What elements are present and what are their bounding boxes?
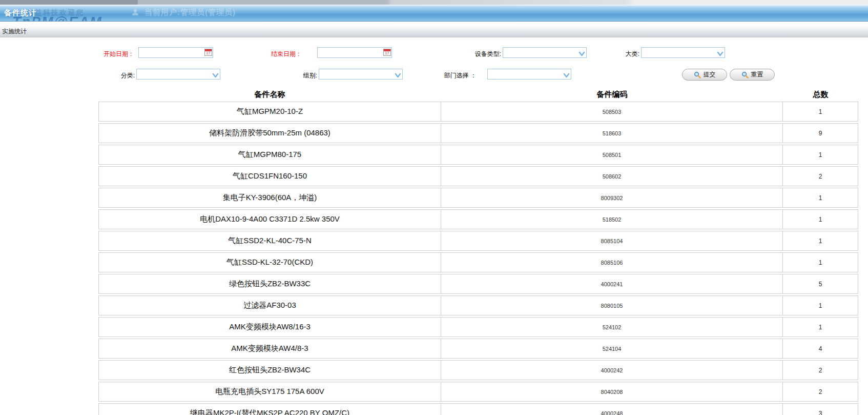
table-row: 储料架防滑胶带50mm-25m (04863) 518603 9 (98, 123, 858, 143)
part-name-cell: AMK变频模块AW4/8-3 (98, 339, 441, 359)
chevron-down-icon[interactable] (395, 71, 401, 81)
start-date-label: 开始日期： (77, 50, 134, 58)
part-name-cell: 气缸SSD-KL-32-70(CKD) (98, 252, 441, 272)
start-date-field (138, 47, 213, 58)
group-label: 组别: (281, 71, 317, 80)
table-row: 气缸SSD2-KL-40C-75-N 8085104 1 (98, 231, 858, 251)
part-code-cell: 508602 (441, 166, 783, 186)
total-cell: 1 (783, 145, 858, 165)
device-type-dropdown[interactable] (503, 47, 587, 58)
table-row: 气缸CDS1FN160-150 508602 2 (98, 166, 858, 186)
table-row: AMK变频模块AW8/16-3 524102 1 (98, 317, 858, 337)
reset-button-label: 重置 (751, 70, 763, 79)
part-code-cell: 8040208 (441, 382, 783, 402)
page-title: 备件统计 (4, 8, 37, 18)
category-label: 分类: (99, 71, 135, 80)
column-header-part-code: 备件编码 (441, 89, 783, 100)
table-row: AMK变频模块AW4/8-3 524104 4 (98, 339, 858, 359)
magnifier-icon (741, 71, 749, 78)
chevron-down-icon[interactable] (578, 50, 585, 59)
department-label: 部门选择 ： (429, 71, 477, 80)
major-category-dropdown[interactable] (641, 47, 725, 58)
part-name-cell: 继电器MK2P-I(替代MKS2P AC220 BY OMZ/C) (98, 403, 441, 415)
table-row: 继电器MK2P-I(替代MKS2P AC220 BY OMZ/C) 400024… (98, 403, 858, 415)
total-cell: 5 (783, 274, 858, 294)
reset-button[interactable]: 重置 (730, 69, 775, 81)
department-dropdown[interactable] (487, 69, 571, 80)
column-header-total: 总数 (783, 89, 858, 100)
total-cell: 1 (783, 252, 858, 272)
table-row: 气缸MGPM80-175 508501 1 (98, 145, 858, 165)
column-header-part-name: 备件名称 (98, 89, 441, 100)
part-code-cell: 8009302 (441, 188, 783, 208)
chevron-down-icon[interactable] (212, 71, 219, 81)
part-name-cell: 过滤器AF30-03 (98, 295, 441, 315)
table-row: 电瓶充电插头SY175 175A 600V 8040208 2 (98, 382, 858, 402)
part-code-cell: 524104 (441, 339, 783, 359)
part-name-cell: 气缸CDS1FN160-150 (98, 166, 441, 186)
table-row: 集电子KY-3906(60A，坤溢) 8009302 1 (98, 188, 858, 208)
part-code-cell: 4000242 (441, 360, 783, 380)
submit-button-label: 提交 (704, 70, 716, 79)
submit-button[interactable]: 提交 (682, 69, 727, 81)
part-code-cell: 508501 (441, 145, 783, 165)
page: TnPM@EAM 生益科技欢迎您 当前用户:管理员(管理员) 备件统计 实施统计… (0, 0, 868, 415)
end-date-input[interactable] (317, 47, 392, 58)
part-code-cell: 518502 (441, 209, 783, 229)
category-dropdown[interactable] (136, 69, 220, 80)
parts-table-container: 备件名称 备件编码 总数 气缸MGPM20-10-Z 508503 1 储料架防… (98, 87, 858, 415)
total-cell: 1 (783, 295, 858, 315)
part-name-cell: 集电子KY-3906(60A，坤溢) (98, 188, 441, 208)
part-code-cell: 524102 (441, 317, 783, 337)
part-code-cell: 8085106 (441, 252, 783, 272)
major-category-label: 大类: (604, 50, 639, 58)
chevron-down-icon[interactable] (563, 71, 570, 81)
total-cell: 9 (783, 123, 858, 143)
total-cell: 2 (783, 382, 858, 402)
top-frame-strip (0, 0, 868, 5)
calendar-icon[interactable] (204, 49, 212, 56)
part-name-cell: 气缸SSD2-KL-40C-75-N (98, 231, 441, 251)
current-user-text: 当前用户:管理员(管理员) (144, 8, 236, 17)
part-name-cell: 气缸MGPM80-175 (98, 145, 441, 165)
group-dropdown[interactable] (319, 69, 403, 80)
device-type-label: 设备类型: (450, 50, 501, 58)
tab-bar: 实施统计 (0, 25, 868, 37)
table-row: 红色按钮头ZB2-BW34C 4000242 2 (98, 360, 858, 380)
table-row: 电机DAX10-9-4A00 C3371D 2.5kw 350V 518502 … (98, 209, 858, 229)
total-cell: 3 (783, 403, 858, 415)
chevron-down-icon[interactable] (717, 50, 724, 59)
part-name-cell: 绿色按钮头ZB2-BW33C (98, 274, 441, 294)
total-cell: 1 (783, 317, 858, 337)
total-cell: 1 (783, 188, 858, 208)
total-cell: 4 (783, 339, 858, 359)
total-cell: 2 (783, 166, 858, 186)
calendar-icon[interactable] (383, 49, 391, 56)
end-date-field (317, 47, 392, 58)
table-header-row: 备件名称 备件编码 总数 (98, 89, 858, 100)
table-row: 绿色按钮头ZB2-BW33C 4000241 5 (98, 274, 858, 294)
part-code-cell: 4000248 (441, 403, 783, 415)
part-code-cell: 8080105 (441, 295, 783, 315)
part-name-cell: 红色按钮头ZB2-BW34C (98, 360, 441, 380)
part-name-cell: 电机DAX10-9-4A00 C3371D 2.5kw 350V (98, 209, 441, 229)
part-name-cell: 电瓶充电插头SY175 175A 600V (98, 382, 441, 402)
total-cell: 1 (783, 102, 858, 122)
total-cell: 1 (783, 209, 858, 229)
tab-implementation-stats[interactable]: 实施统计 (2, 27, 27, 36)
part-name-cell: 气缸MGPM20-10-Z (98, 102, 441, 122)
part-code-cell: 4000241 (441, 274, 783, 294)
user-icon (131, 8, 139, 18)
table-row: 气缸SSD-KL-32-70(CKD) 8085106 1 (98, 252, 858, 272)
magnifier-icon (694, 71, 701, 78)
table-row: 气缸MGPM20-10-Z 508503 1 (98, 102, 858, 122)
end-date-label: 结束日期： (244, 50, 302, 58)
parts-table: 备件名称 备件编码 总数 气缸MGPM20-10-Z 508503 1 储料架防… (98, 87, 858, 415)
start-date-input[interactable] (138, 47, 213, 58)
total-cell: 2 (783, 360, 858, 380)
part-code-cell: 508503 (441, 102, 783, 122)
part-name-cell: 储料架防滑胶带50mm-25m (04863) (98, 123, 441, 143)
part-name-cell: AMK变频模块AW8/16-3 (98, 317, 441, 337)
part-code-cell: 8085104 (441, 231, 783, 251)
title-bar: TnPM@EAM 生益科技欢迎您 当前用户:管理员(管理员) 备件统计 (0, 5, 868, 22)
